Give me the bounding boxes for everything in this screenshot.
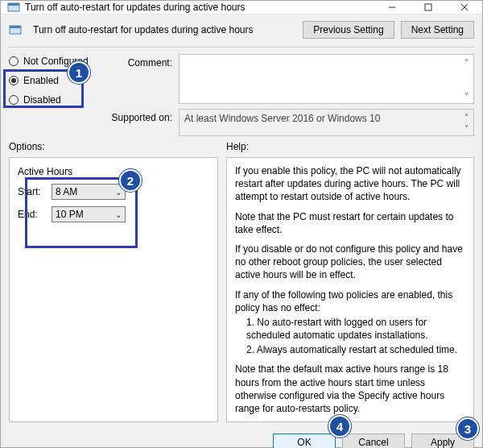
titlebar: Turn off auto-restart for updates during… (1, 1, 482, 15)
radio-not-configured[interactable]: Not Configured (9, 56, 93, 67)
footer-buttons: OK Cancel Apply (9, 427, 474, 448)
options-column: Options: Active Hours Start: 8 AM ⌄ End:… (9, 141, 218, 422)
scroll-down-icon[interactable]: ˅ (460, 122, 473, 135)
help-label: Help: (226, 141, 474, 152)
radio-label: Disabled (23, 94, 61, 106)
chevron-down-icon: ⌄ (115, 210, 122, 219)
help-p2: Note that the PC must restart for certai… (235, 210, 465, 236)
policy-title: Turn off auto-restart for updates during… (33, 24, 296, 35)
previous-setting-button[interactable]: Previous Setting (303, 21, 394, 39)
cancel-button[interactable]: Cancel (342, 433, 405, 448)
svg-rect-3 (425, 4, 431, 10)
help-column: Help: If you enable this policy, the PC … (226, 141, 474, 422)
separator (9, 47, 474, 48)
window-title: Turn off auto-restart for updates during… (25, 2, 374, 13)
state-radio-group: Not Configured Enabled Disabled (9, 54, 93, 106)
policy-icon (7, 1, 20, 14)
scroll-up-icon[interactable]: ˄ (460, 56, 473, 68)
radio-enabled[interactable]: Enabled (9, 75, 93, 86)
gpo-dialog: Turn off auto-restart for updates during… (0, 0, 483, 448)
svg-rect-1 (8, 3, 19, 6)
window-buttons (374, 1, 482, 14)
ok-button[interactable]: OK (273, 433, 336, 448)
radio-disabled[interactable]: Disabled (9, 94, 93, 106)
help-p1: If you enable this policy, the PC will n… (235, 164, 465, 204)
supported-label: Supported on: (100, 109, 172, 136)
scroll-down-icon[interactable]: ˅ (460, 89, 473, 102)
content-area: Turn off auto-restart for updates during… (1, 15, 482, 448)
minimize-button[interactable] (374, 1, 410, 14)
policy-icon (9, 23, 22, 36)
radio-label: Not Configured (23, 56, 89, 67)
help-box: If you enable this policy, the PC will n… (226, 157, 474, 422)
start-row: Start: 8 AM ⌄ (18, 184, 209, 200)
svg-rect-7 (10, 26, 21, 28)
start-select[interactable]: 8 AM ⌄ (52, 184, 126, 200)
start-value: 8 AM (56, 186, 77, 197)
config-row: Not Configured Enabled Disabled Comment:… (9, 54, 474, 136)
end-value: 10 PM (56, 209, 84, 220)
help-p5: Note that the default max active hours r… (235, 363, 465, 415)
end-select[interactable]: 10 PM ⌄ (52, 206, 126, 222)
supported-on-text: At least Windows Server 2016 or Windows … (184, 113, 380, 124)
supported-on-box: At least Windows Server 2016 or Windows … (179, 109, 474, 136)
help-p4: If any of the following two policies are… (235, 288, 465, 314)
mid-section: Options: Active Hours Start: 8 AM ⌄ End:… (9, 141, 474, 422)
help-p3: If you disable or do not configure this … (235, 243, 465, 282)
next-setting-button[interactable]: Next Setting (401, 21, 474, 39)
maximize-button[interactable] (410, 1, 446, 14)
comment-label: Comment: (100, 54, 172, 104)
end-label: End: (18, 209, 45, 220)
start-label: Start: (18, 186, 45, 197)
options-box: Active Hours Start: 8 AM ⌄ End: 10 PM ⌄ (9, 157, 218, 422)
end-row: End: 10 PM ⌄ (18, 206, 209, 222)
radio-label: Enabled (23, 75, 59, 86)
help-li2: 2. Always automatically restart at sched… (235, 343, 465, 356)
close-button[interactable] (446, 1, 482, 14)
help-li1: 1. No auto-restart with logged on users … (235, 316, 465, 342)
header-row: Turn off auto-restart for updates during… (9, 21, 474, 39)
options-label: Options: (9, 141, 218, 152)
apply-button[interactable]: Apply (411, 433, 474, 448)
chevron-down-icon: ⌄ (115, 188, 122, 197)
comment-textarea[interactable]: ˄ ˅ (179, 54, 474, 104)
active-hours-title: Active Hours (18, 166, 209, 177)
